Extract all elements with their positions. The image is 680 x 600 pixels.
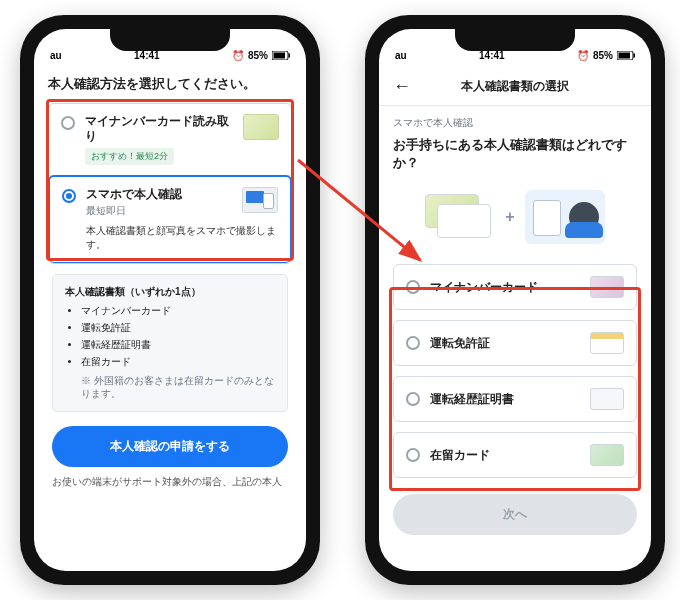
doc-label: 運転経歴証明書: [430, 392, 580, 407]
required-docs: 本人確認書類（いずれか1点） マイナンバーカード 運転免許証 運転経歴証明書 在…: [52, 274, 288, 412]
card-icon: [590, 332, 624, 354]
doc-option-residence[interactable]: 在留カード: [393, 432, 637, 478]
battery-icon: [617, 51, 635, 60]
carrier-label: au: [50, 50, 62, 61]
docs-item: 運転経歴証明書: [81, 338, 275, 352]
option-smartphone[interactable]: スマホで本人確認 最短即日 本人確認書類と顔写真をスマホで撮影します。: [48, 175, 292, 264]
recommend-badge: おすすめ！最短2分: [85, 148, 174, 165]
clock-label: 14:41: [134, 50, 160, 61]
doc-label: マイナンバーカード: [430, 280, 580, 295]
radio-icon: [406, 280, 420, 294]
doc-option-mynumber[interactable]: マイナンバーカード: [393, 264, 637, 310]
divider: [379, 105, 651, 106]
apply-button[interactable]: 本人確認の申請をする: [52, 426, 288, 467]
illustration: +: [393, 182, 637, 252]
page-title: お手持ちにある本人確認書類はどれですか？: [393, 136, 637, 172]
card-icon: [590, 444, 624, 466]
back-button[interactable]: ←: [393, 77, 411, 95]
device-thumb-icon: [242, 187, 278, 213]
selfie-icon: [525, 190, 605, 244]
radio-icon: [406, 336, 420, 350]
alarm-icon: ⏰: [232, 50, 244, 61]
docs-item: 運転免許証: [81, 321, 275, 335]
radio-icon: [61, 116, 75, 130]
option-title: マイナンバーカード読み取り: [85, 114, 233, 144]
status-right: ⏰ 85%: [577, 50, 635, 61]
next-button[interactable]: 次へ: [393, 494, 637, 535]
svg-rect-2: [288, 54, 290, 58]
plus-icon: +: [505, 208, 514, 226]
svg-rect-4: [618, 53, 630, 59]
card-icon: [590, 388, 624, 410]
phone-left: au 14:41 ⏰ 85% 本人確認方法を選択してください。 マイナンバーカー…: [20, 15, 320, 585]
svg-rect-1: [273, 53, 285, 59]
phone-right: au 14:41 ⏰ 85% ← 本人確認書類の選択 スマホで本人確認 お手持ち…: [365, 15, 665, 585]
battery-label: 85%: [248, 50, 268, 61]
nav-title: 本人確認書類の選択: [461, 78, 569, 95]
cards-icon: [425, 194, 495, 240]
option-body: スマホで本人確認 最短即日 本人確認書類と顔写真をスマホで撮影します。: [86, 187, 278, 252]
footnote: お使いの端末がサポート対象外の場合、上記の本人: [48, 475, 292, 488]
screen-left: au 14:41 ⏰ 85% 本人確認方法を選択してください。 マイナンバーカー…: [34, 29, 306, 571]
nav-bar: ← 本人確認書類の選択: [393, 71, 637, 101]
option-desc: 本人確認書類と顔写真をスマホで撮影します。: [86, 224, 278, 252]
breadcrumb: スマホで本人確認: [393, 116, 637, 130]
radio-icon: [406, 448, 420, 462]
option-subtext: 最短即日: [86, 205, 234, 218]
stage: au 14:41 ⏰ 85% 本人確認方法を選択してください。 マイナンバーカー…: [0, 0, 680, 600]
document-list: マイナンバーカード 運転免許証 運転経歴証明書: [393, 264, 637, 478]
notch: [455, 29, 575, 51]
page-title: 本人確認方法を選択してください。: [48, 75, 292, 93]
svg-rect-5: [633, 54, 635, 58]
docs-item: マイナンバーカード: [81, 304, 275, 318]
option-title: スマホで本人確認: [86, 187, 234, 202]
option-mynumber[interactable]: マイナンバーカード読み取り おすすめ！最短2分: [49, 104, 291, 176]
docs-title: 本人確認書類（いずれか1点）: [65, 285, 275, 299]
card-icon: [590, 276, 624, 298]
card-thumb-icon: [243, 114, 279, 140]
doc-option-history[interactable]: 運転経歴証明書: [393, 376, 637, 422]
notch: [110, 29, 230, 51]
option-body: マイナンバーカード読み取り おすすめ！最短2分: [85, 114, 233, 165]
verification-options: マイナンバーカード読み取り おすすめ！最短2分 スマホで本人確認 最短即日: [48, 103, 292, 264]
doc-label: 在留カード: [430, 448, 580, 463]
screen-right: au 14:41 ⏰ 85% ← 本人確認書類の選択 スマホで本人確認 お手持ち…: [379, 29, 651, 571]
clock-label: 14:41: [479, 50, 505, 61]
docs-note: ※ 外国籍のお客さまは在留カードのみとなります。: [65, 375, 275, 401]
carrier-label: au: [395, 50, 407, 61]
content-right: ← 本人確認書類の選択 スマホで本人確認 お手持ちにある本人確認書類はどれですか…: [379, 63, 651, 571]
content-left: 本人確認方法を選択してください。 マイナンバーカード読み取り おすすめ！最短2分: [34, 63, 306, 571]
radio-icon: [406, 392, 420, 406]
docs-list: マイナンバーカード 運転免許証 運転経歴証明書 在留カード: [65, 304, 275, 369]
status-right: ⏰ 85%: [232, 50, 290, 61]
radio-icon: [62, 189, 76, 203]
battery-label: 85%: [593, 50, 613, 61]
doc-option-license[interactable]: 運転免許証: [393, 320, 637, 366]
alarm-icon: ⏰: [577, 50, 589, 61]
doc-label: 運転免許証: [430, 336, 580, 351]
docs-item: 在留カード: [81, 355, 275, 369]
battery-icon: [272, 51, 290, 60]
